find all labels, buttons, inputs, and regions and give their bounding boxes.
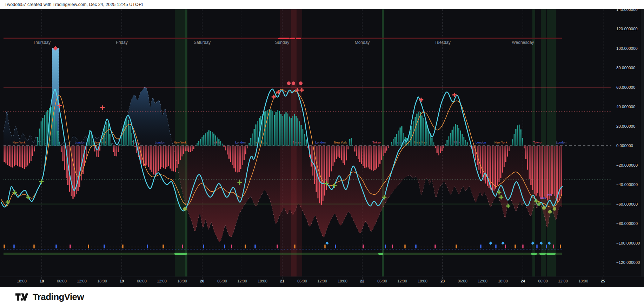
strip-dot [125,249,126,250]
hist-bar-down [4,146,5,162]
hist-bar-down [527,146,528,170]
strip-dot [393,249,394,250]
strip-dot [188,247,189,247]
strip-dot [109,247,109,247]
strip-dot [188,249,189,250]
hist-bar-down [188,146,189,152]
strip-dot [414,249,415,250]
hist-bar-down [22,146,23,168]
hist-bar-down [168,146,169,166]
hist-bar-up [515,129,516,146]
hist-bar-down [20,146,21,167]
strip-dot [219,247,220,247]
strip-dot [368,247,369,247]
strip-dot [107,247,108,247]
hist-bar-up [133,140,134,146]
strip-dot [309,247,310,247]
strip-dot [504,247,505,247]
strip-dot [405,249,406,250]
hist-bar-down [363,146,364,166]
hist-bar-down [29,146,30,163]
strip-dot [22,249,22,250]
hist-bar-down [554,146,555,196]
strip-dot [314,247,314,247]
strip-bar [182,245,183,248]
strip-dot [101,247,102,247]
hist-bar-down [487,146,488,186]
strip-dot [57,249,58,250]
strip-dot [14,249,15,250]
strip-dot [420,249,420,250]
strip-dot [552,249,553,250]
strip-dot [321,249,322,250]
hist-bar-down [552,146,553,194]
strip-dot [206,247,207,247]
strip-dot [78,247,79,247]
hist-bar-up [304,134,305,146]
strip-dot [317,247,317,247]
strip-dot [466,247,466,247]
strip-dot [128,247,129,247]
strip-dot [190,249,191,250]
strip-dot [491,247,491,247]
strip-dot [231,249,232,250]
strip-dot [545,249,546,250]
hist-bar-up [302,129,303,146]
strip-dot [38,247,39,247]
hist-bar-down [27,146,28,166]
strip-dot [175,247,176,247]
tradingview-logo[interactable] [15,292,29,302]
strip-dot [300,249,301,250]
oscillator-chart-canvas[interactable]: New YorkTokyoLondonNew YorkTokyoLondonNe… [0,9,644,287]
strip-dot [376,247,376,247]
strip-dot [336,249,337,250]
trend-band-segment [539,253,546,255]
strip-dot [7,247,8,247]
strip-dot [430,247,431,247]
time-label: 12:00 [558,279,568,283]
trend-band-segment [378,253,383,255]
strip-dot [121,249,121,250]
strip-dot [181,249,182,250]
strip-dot [423,249,424,250]
day-number-label: 22 [360,279,364,283]
strip-dot [124,247,124,247]
strip-dot [270,247,270,247]
hist-bar-down [62,146,64,161]
strip-dot [463,247,463,247]
strip-bar [514,245,516,248]
strip-dot [241,249,242,250]
strip-dot [237,247,238,247]
strip-dot [309,249,310,250]
strip-dot [442,249,443,250]
strip-dot [305,249,306,250]
strip-dot [180,247,180,247]
strip-dot [124,249,124,250]
strip-dot [317,249,317,250]
hist-bar-up [217,138,218,146]
strip-dot [473,249,474,250]
strip-dot [477,247,478,247]
strip-dot [143,247,144,247]
hist-bar-up [210,131,211,146]
hist-bar-up [119,144,120,146]
strip-dot [408,249,409,250]
strip-dot [60,249,61,250]
strip-dot [299,247,300,247]
strip-dot [539,249,540,250]
strip-dot [327,247,328,247]
value-axis-label: 120.000000 [616,27,638,31]
strip-dot [498,247,499,247]
strip-dot [228,247,229,247]
strip-dot [82,247,83,247]
strip-dot [381,247,382,247]
strip-dot [503,249,503,250]
strip-dot [433,247,434,247]
strip-dot [476,249,477,250]
hist-bar-down [378,146,379,167]
strip-dot [304,247,304,247]
strip-dot [63,249,64,250]
strip-dot [334,249,335,250]
strip-dot [370,249,371,250]
strip-dot [131,249,132,250]
